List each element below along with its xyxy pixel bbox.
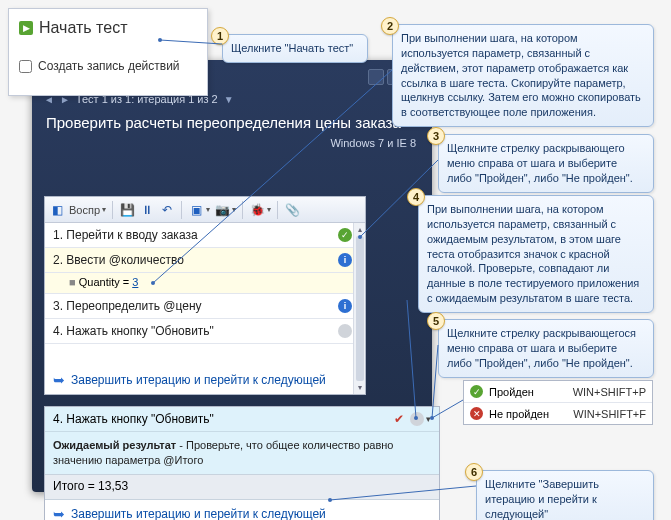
start-test-title-row: ▶ Начать тест xyxy=(19,19,197,37)
status-none-icon[interactable] xyxy=(338,324,352,338)
callout-number-1: 1 xyxy=(211,27,229,45)
fail-label: Не пройден xyxy=(489,408,549,420)
start-test-label[interactable]: Начать тест xyxy=(39,19,127,37)
create-recording-row: Создать запись действий xyxy=(19,59,197,73)
callout-text: Щелкните "Завершить итерацию и перейти к… xyxy=(485,478,599,520)
scroll-down-icon[interactable]: ▾ xyxy=(358,383,362,392)
toolbar-sep xyxy=(277,201,278,219)
step-number: 4. xyxy=(53,324,63,338)
create-recording-label: Создать запись действий xyxy=(38,59,180,73)
parameter-label: Quantity = xyxy=(79,276,129,288)
expanded-finish-row: ➥ Завершить итерацию и перейти к следующ… xyxy=(45,499,439,520)
finish-iteration-link[interactable]: Завершить итерацию и перейти к следующей xyxy=(71,507,326,520)
status-info-icon[interactable]: i xyxy=(338,299,352,313)
finish-icon: ➥ xyxy=(53,372,65,388)
fail-icon: ✕ xyxy=(470,407,483,420)
play-icon: ▶ xyxy=(19,21,33,35)
callout-3: Щелкните стрелку раскрывающего меню спра… xyxy=(438,134,654,193)
pass-shortcut: WIN+SHIFT+P xyxy=(573,386,646,398)
callout-number-3: 3 xyxy=(427,127,445,145)
callout-4: При выполнении шага, на котором использу… xyxy=(418,195,654,313)
step-text: Перейти к вводу заказа xyxy=(66,228,197,242)
play-label[interactable]: Воспр xyxy=(69,204,100,216)
callout-text: Щелкните "Начать тест" xyxy=(231,42,353,54)
attachment-icon[interactable]: 📎 xyxy=(284,202,300,218)
itogo-value: Итого = 13,53 xyxy=(45,474,439,499)
callout-6: Щелкните "Завершить итерацию и перейти к… xyxy=(476,470,654,520)
window-icon[interactable]: ▣ xyxy=(188,202,204,218)
bug-icon[interactable]: 🐞 xyxy=(249,202,265,218)
window-dropdown-icon[interactable]: ▾ xyxy=(206,205,210,214)
create-recording-checkbox[interactable] xyxy=(19,60,32,73)
status-info-icon[interactable]: i xyxy=(338,253,352,267)
titlebar-button[interactable] xyxy=(368,69,384,85)
play-dropdown-icon[interactable]: ▾ xyxy=(102,205,106,214)
expected-result-label: Ожидаемый результат xyxy=(53,439,176,451)
shortcut-pass-row: ✓ Пройден WIN+SHIFT+P xyxy=(464,381,652,402)
step-row[interactable]: 2. Ввести @количество i ▾ xyxy=(45,248,365,273)
step-parameter: ■ Quantity = 3 xyxy=(45,273,365,294)
expanded-step-title: 4. Нажать кнопку "Обновить" xyxy=(53,412,394,426)
record-icon[interactable]: ◧ xyxy=(49,202,65,218)
finish-iteration-row: ➥ Завершить итерацию и перейти к следующ… xyxy=(45,366,365,394)
step-number: 1. xyxy=(53,228,63,242)
undo-icon[interactable]: ↶ xyxy=(159,202,175,218)
bug-dropdown-icon[interactable]: ▾ xyxy=(267,205,271,214)
finish-icon: ➥ xyxy=(53,506,65,520)
scroll-up-icon[interactable]: ▴ xyxy=(358,225,362,234)
save-icon[interactable]: 💾 xyxy=(119,202,135,218)
callout-2: При выполнении шага, на котором использу… xyxy=(392,24,654,127)
iter-dropdown-icon[interactable]: ▼ xyxy=(224,94,234,105)
callout-number-6: 6 xyxy=(465,463,483,481)
expanded-step-header[interactable]: 4. Нажать кнопку "Обновить" ✔ ▾ xyxy=(45,407,439,432)
shortcut-fail-row: ✕ Не пройден WIN+SHIFT+F xyxy=(464,402,652,424)
callout-number-4: 4 xyxy=(407,188,425,206)
camera-icon[interactable]: 📷 xyxy=(214,202,230,218)
pause-icon[interactable]: ⏸ xyxy=(139,202,155,218)
step-number: 2. xyxy=(53,253,63,267)
callout-text: При выполнении шага, на котором использу… xyxy=(401,32,641,118)
environment-label: Windows 7 и IE 8 xyxy=(38,135,426,155)
callout-number-5: 5 xyxy=(427,312,445,330)
step-text: Нажать кнопку "Обновить" xyxy=(66,324,213,338)
expected-result-flag-icon: ✔ xyxy=(394,412,404,426)
steps-toolbar: ◧ Воспр ▾ 💾 ⏸ ↶ ▣ ▾ 📷 ▾ 🐞 ▾ 📎 xyxy=(45,197,365,223)
step-row[interactable]: 3. Переопределить @цену i ▾ xyxy=(45,294,365,319)
status-dropdown-icon[interactable]: ▾ xyxy=(426,414,431,424)
steps-panel: ◧ Воспр ▾ 💾 ⏸ ↶ ▣ ▾ 📷 ▾ 🐞 ▾ 📎 1. Перейти… xyxy=(44,196,366,395)
scroll-thumb[interactable] xyxy=(356,236,364,381)
pass-label: Пройден xyxy=(489,386,534,398)
fail-shortcut: WIN+SHIFT+F xyxy=(573,408,646,420)
callout-1: Щелкните "Начать тест" xyxy=(222,34,368,63)
expanded-step-panel: 4. Нажать кнопку "Обновить" ✔ ▾ Ожидаемы… xyxy=(44,406,440,520)
pass-icon: ✓ xyxy=(470,385,483,398)
step-text: Ввести @количество xyxy=(66,253,183,267)
callout-text: Щелкните стрелку раскрывающего меню спра… xyxy=(447,142,633,184)
step-row[interactable]: 1. Перейти к вводу заказа ✓ ▾ xyxy=(45,223,365,248)
expected-result-body: Ожидаемый результат - Проверьте, что общ… xyxy=(45,432,439,474)
toolbar-sep xyxy=(112,201,113,219)
finish-iteration-link[interactable]: Завершить итерацию и перейти к следующей xyxy=(71,373,326,387)
callout-5: Щелкните стрелку раскрывающегося меню сп… xyxy=(438,319,654,378)
status-none-icon[interactable] xyxy=(410,412,424,426)
start-test-card: ▶ Начать тест Создать запись действий xyxy=(8,8,208,96)
callout-text: Щелкните стрелку раскрывающегося меню сп… xyxy=(447,327,636,369)
step-row[interactable]: 4. Нажать кнопку "Обновить" ▾ xyxy=(45,319,365,344)
parameter-link[interactable]: 3 xyxy=(132,276,138,288)
shortcuts-box: ✓ Пройден WIN+SHIFT+P ✕ Не пройден WIN+S… xyxy=(463,380,653,425)
toolbar-sep xyxy=(242,201,243,219)
toolbar-sep xyxy=(181,201,182,219)
callout-number-2: 2 xyxy=(381,17,399,35)
test-title: Проверить расчеты переопределения цены з… xyxy=(38,110,426,135)
callout-text: При выполнении шага, на котором использу… xyxy=(427,203,639,304)
step-text: Переопределить @цену xyxy=(66,299,201,313)
vertical-scrollbar[interactable]: ▴ ▾ xyxy=(353,223,365,394)
step-number: 3. xyxy=(53,299,63,313)
status-pass-icon[interactable]: ✓ xyxy=(338,228,352,242)
camera-dropdown-icon[interactable]: ▾ xyxy=(232,205,236,214)
